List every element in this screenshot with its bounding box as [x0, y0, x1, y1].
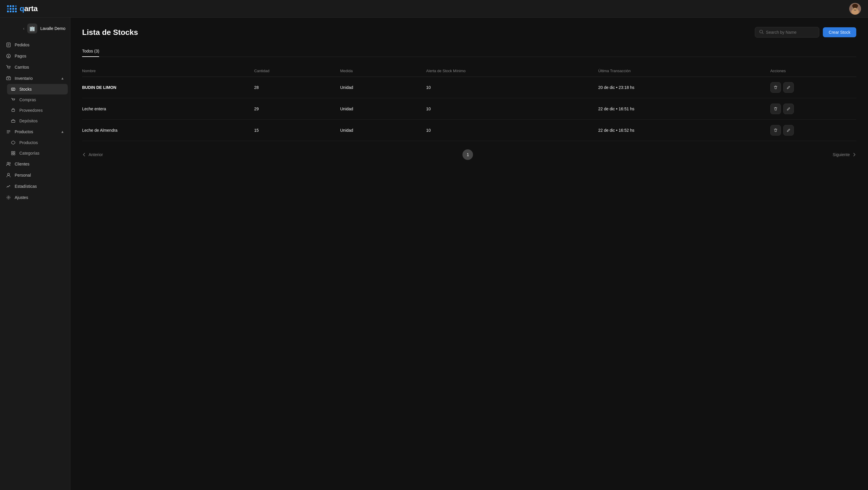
- svg-text:$: $: [8, 55, 9, 58]
- edit-button-2[interactable]: [783, 104, 794, 114]
- prev-page-button[interactable]: Anterior: [82, 152, 103, 157]
- sidebar-item-personal[interactable]: Personal: [2, 170, 68, 181]
- ajustes-label: Ajustes: [15, 195, 28, 200]
- proveedores-icon: [10, 108, 16, 113]
- row-ultima-1: 20 de dic • 23:18 hs: [598, 85, 770, 90]
- svg-rect-21: [12, 110, 15, 112]
- delete-button-3[interactable]: [770, 125, 781, 136]
- svg-marker-26: [11, 141, 15, 144]
- page-header: Lista de Stocks Crear Stock: [82, 27, 856, 37]
- page-title: Lista de Stocks: [82, 28, 138, 37]
- estadisticas-label: Estadísticas: [15, 184, 37, 189]
- row-actions-1: [770, 82, 856, 93]
- row-alerta-1: 10: [426, 85, 598, 90]
- tabs-bar: Todos (3): [82, 46, 856, 57]
- row-nombre-1: BUDIN DE LIMON: [82, 85, 254, 90]
- ajustes-icon: [6, 195, 11, 200]
- svg-point-31: [7, 162, 9, 164]
- svg-rect-18: [11, 88, 15, 90]
- proveedores-label: Proveedores: [19, 108, 42, 113]
- sidebar-item-pedidos[interactable]: Pedidos: [2, 39, 68, 51]
- sidebar-section-inventario[interactable]: Inventario ▲: [2, 73, 68, 84]
- logo-dot: [7, 8, 9, 10]
- main-content: Lista de Stocks Crear Stock Todos (3) No…: [70, 18, 868, 490]
- table-row: Leche entera 29 Unidad 10 22 de dic • 16…: [82, 98, 856, 120]
- logo-dot: [12, 10, 14, 12]
- stocks-table: Nombre Cantidad Medida Alerta de Stock M…: [82, 65, 856, 141]
- row-actions-2: [770, 104, 856, 114]
- sidebar-item-productos[interactable]: Productos: [7, 137, 68, 148]
- sidebar-item-carritos[interactable]: Carritos: [2, 62, 68, 73]
- col-medida: Medida: [340, 69, 426, 73]
- workspace-selector[interactable]: ‹ 🏢 Lavalle Demo: [0, 24, 70, 39]
- logo-dot: [12, 8, 14, 10]
- edit-button-3[interactable]: [783, 125, 794, 136]
- sidebar-nav: Pedidos $ Pagos Carritos: [0, 39, 70, 203]
- inventario-chevron-icon: ▲: [61, 76, 64, 80]
- tab-todos[interactable]: Todos (3): [82, 46, 99, 57]
- pagination: Anterior 1 Siguiente: [82, 149, 856, 160]
- sidebar-item-clientes[interactable]: Clientes: [2, 158, 68, 170]
- row-nombre-2: Leche entera: [82, 107, 254, 111]
- table-row: Leche de Almendra 15 Unidad 10 22 de dic…: [82, 120, 856, 141]
- pagos-icon: $: [6, 53, 11, 59]
- col-acciones: Acciones: [770, 69, 856, 73]
- compras-icon: [10, 97, 16, 103]
- categorias-icon: [10, 150, 16, 156]
- logo-dot: [15, 5, 17, 7]
- svg-rect-15: [7, 77, 10, 78]
- sidebar-section-productos[interactable]: Productos ▲: [2, 126, 68, 137]
- logo-text: qarta: [20, 4, 37, 13]
- sidebar-item-stocks[interactable]: Stocks: [7, 84, 68, 94]
- productos-label: Productos: [15, 129, 33, 134]
- user-avatar[interactable]: [849, 3, 861, 15]
- personal-label: Personal: [15, 173, 31, 177]
- carritos-icon: [6, 64, 11, 70]
- row-cantidad-2: 29: [254, 107, 340, 111]
- sidebar: ‹ 🏢 Lavalle Demo Pedidos $ Pagos: [0, 18, 70, 490]
- pedidos-icon: [6, 42, 11, 48]
- svg-rect-22: [11, 120, 15, 122]
- logo-dot: [15, 8, 17, 10]
- edit-button-1[interactable]: [783, 82, 794, 93]
- sidebar-item-ajustes[interactable]: Ajustes: [2, 192, 68, 203]
- logo-dot: [10, 8, 11, 10]
- inventario-subitems: Stocks Compras Proveedores: [2, 84, 68, 126]
- clientes-label: Clientes: [15, 162, 30, 166]
- workspace-label: Lavalle Demo: [40, 26, 65, 31]
- categorias-label: Categorías: [19, 151, 39, 155]
- create-stock-button[interactable]: Crear Stock: [823, 27, 856, 37]
- svg-point-33: [8, 173, 10, 175]
- sidebar-item-depositos[interactable]: Depósitos: [7, 116, 68, 126]
- delete-button-1[interactable]: [770, 82, 781, 93]
- sidebar-item-compras[interactable]: Compras: [7, 94, 68, 105]
- header-actions: Crear Stock: [755, 27, 856, 37]
- logo[interactable]: qarta: [7, 4, 37, 13]
- row-actions-3: [770, 125, 856, 136]
- pedidos-label: Pedidos: [15, 42, 30, 47]
- svg-point-13: [9, 68, 10, 69]
- sidebar-item-estadisticas[interactable]: Estadísticas: [2, 181, 68, 192]
- inventario-label: Inventario: [15, 76, 33, 81]
- next-page-button[interactable]: Siguiente: [833, 152, 856, 157]
- row-cantidad-1: 28: [254, 85, 340, 90]
- svg-rect-27: [11, 151, 13, 153]
- compras-label: Compras: [19, 97, 36, 102]
- search-input[interactable]: [766, 30, 815, 35]
- sidebar-item-proveedores[interactable]: Proveedores: [7, 105, 68, 116]
- personal-icon: [6, 173, 11, 178]
- carritos-label: Carritos: [15, 65, 29, 69]
- collapse-sidebar-icon[interactable]: ‹: [23, 26, 25, 31]
- sidebar-item-pagos[interactable]: $ Pagos: [2, 51, 68, 62]
- sidebar-item-categorias[interactable]: Categorías: [7, 148, 68, 158]
- next-label: Siguiente: [833, 152, 850, 157]
- page-number-1[interactable]: 1: [462, 149, 473, 160]
- estadisticas-icon: [6, 184, 11, 189]
- search-box[interactable]: [755, 27, 819, 37]
- productos-chevron-icon: ▲: [61, 130, 64, 134]
- delete-button-2[interactable]: [770, 104, 781, 114]
- col-alerta: Alerta de Stock Mínimo: [426, 69, 598, 73]
- svg-point-2: [851, 9, 859, 15]
- col-nombre: Nombre: [82, 69, 254, 73]
- row-nombre-3: Leche de Almendra: [82, 128, 254, 133]
